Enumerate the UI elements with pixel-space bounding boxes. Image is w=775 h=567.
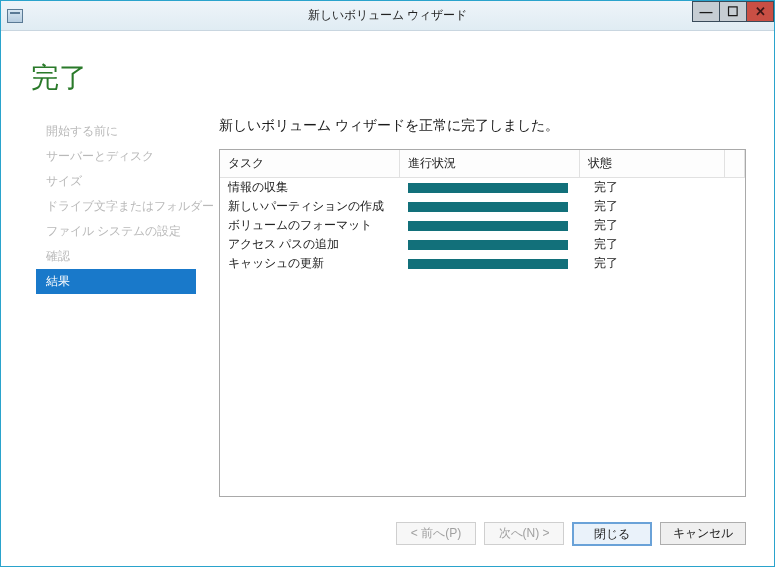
table-row: 新しいパーティションの作成 完了 (220, 197, 745, 216)
wizard-steps-sidebar: 開始する前に サーバーとディスク サイズ ドライブ文字またはフォルダー ファイル… (36, 119, 196, 294)
progress-bar-icon (408, 221, 568, 231)
sidebar-item-confirm: 確認 (36, 244, 196, 269)
sidebar-item-drive-letter: ドライブ文字またはフォルダー (36, 194, 196, 219)
progress-bar-icon (408, 240, 568, 250)
task-cell: 新しいパーティションの作成 (228, 198, 408, 215)
progress-bar-icon (408, 183, 568, 193)
close-wizard-button[interactable]: 閉じる (572, 522, 652, 546)
status-cell: 完了 (588, 255, 737, 272)
column-header-task[interactable]: タスク (220, 150, 400, 177)
status-cell: 完了 (588, 217, 737, 234)
progress-cell (408, 202, 588, 212)
results-table: タスク 進行状況 状態 情報の収集 完了 新しいパーティションの作成 完了 ボリ… (219, 149, 746, 497)
progress-cell (408, 221, 588, 231)
sidebar-item-server-disk: サーバーとディスク (36, 144, 196, 169)
task-cell: キャッシュの更新 (228, 255, 408, 272)
content-area: 完了 開始する前に サーバーとディスク サイズ ドライブ文字またはフォルダー フ… (1, 31, 774, 566)
sidebar-item-size: サイズ (36, 169, 196, 194)
table-row: アクセス パスの追加 完了 (220, 235, 745, 254)
sidebar-item-filesystem: ファイル システムの設定 (36, 219, 196, 244)
button-bar: < 前へ(P) 次へ(N) > 閉じる キャンセル (396, 522, 746, 546)
page-title: 完了 (31, 59, 87, 97)
minimize-button[interactable]: — (692, 1, 720, 22)
app-icon (7, 9, 23, 23)
table-row: キャッシュの更新 完了 (220, 254, 745, 273)
window-title: 新しいボリューム ウィザード (308, 7, 467, 24)
column-header-status[interactable]: 状態 (580, 150, 725, 177)
task-cell: ボリュームのフォーマット (228, 217, 408, 234)
results-body: 情報の収集 完了 新しいパーティションの作成 完了 ボリュームのフォーマット 完… (220, 178, 745, 273)
prev-button: < 前へ(P) (396, 522, 476, 545)
progress-cell (408, 240, 588, 250)
completion-heading: 新しいボリューム ウィザードを正常に完了しました。 (219, 117, 746, 135)
results-header: タスク 進行状況 状態 (220, 150, 745, 178)
titlebar: 新しいボリューム ウィザード — ☐ ✕ (1, 1, 774, 31)
main-panel: 新しいボリューム ウィザードを正常に完了しました。 タスク 進行状況 状態 情報… (219, 117, 746, 497)
task-cell: 情報の収集 (228, 179, 408, 196)
table-row: ボリュームのフォーマット 完了 (220, 216, 745, 235)
progress-cell (408, 183, 588, 193)
next-button: 次へ(N) > (484, 522, 564, 545)
progress-bar-icon (408, 259, 568, 269)
window-controls: — ☐ ✕ (693, 1, 774, 22)
cancel-button[interactable]: キャンセル (660, 522, 746, 545)
column-header-spacer (725, 150, 745, 177)
maximize-button[interactable]: ☐ (719, 1, 747, 22)
close-button[interactable]: ✕ (746, 1, 774, 22)
progress-cell (408, 259, 588, 269)
sidebar-item-results[interactable]: 結果 (36, 269, 196, 294)
progress-bar-icon (408, 202, 568, 212)
column-header-progress[interactable]: 進行状況 (400, 150, 580, 177)
status-cell: 完了 (588, 236, 737, 253)
table-row: 情報の収集 完了 (220, 178, 745, 197)
status-cell: 完了 (588, 179, 737, 196)
task-cell: アクセス パスの追加 (228, 236, 408, 253)
status-cell: 完了 (588, 198, 737, 215)
sidebar-item-before-begin: 開始する前に (36, 119, 196, 144)
